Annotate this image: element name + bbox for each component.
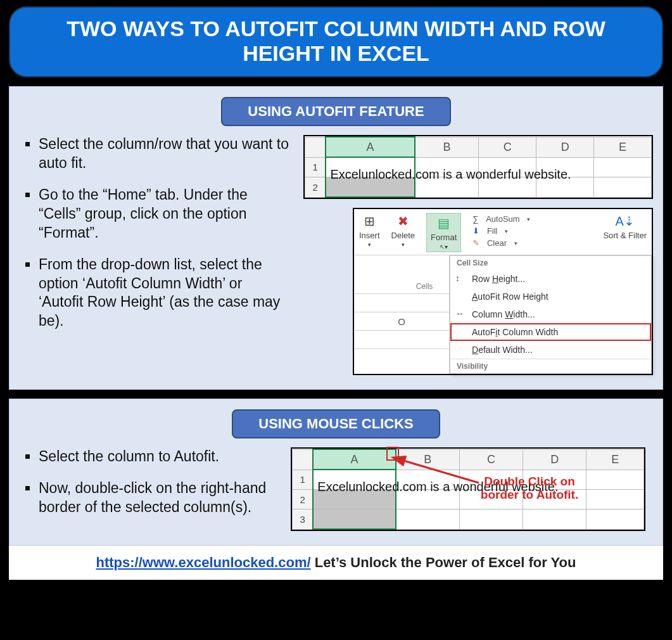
insert-button: ⊞ Insert▾ xyxy=(359,213,380,248)
menu-item-column-width: ↔ Column Width... xyxy=(450,305,651,323)
column-header: B xyxy=(396,449,460,470)
column-header: D xyxy=(536,137,594,157)
step-item: Select the column/row that you want to a… xyxy=(39,135,289,173)
cells-group-label: Cells xyxy=(354,281,449,293)
row-height-icon: ↕ xyxy=(455,273,460,283)
dropdown-section-label: Cell Size xyxy=(450,256,651,270)
delete-button: ✖ Delete▾ xyxy=(391,213,415,248)
menu-item-autofit-column-width: AutoFit Column Width xyxy=(450,323,651,341)
step-item: From the drop-down list, select the opti… xyxy=(39,255,289,331)
column-header: E xyxy=(586,449,644,470)
excel-grid-screenshot: A B C D E 1 Excelunlocked.com is a wonde… xyxy=(291,447,645,531)
footer-link[interactable]: https://www.excelunlocked.com/ xyxy=(96,554,311,570)
dropdown-section-label: Visibility xyxy=(450,359,651,373)
clear-icon: ✎ xyxy=(472,238,479,248)
section-heading: USING AUTOFIT FEATURE xyxy=(221,97,450,126)
section-mouse-clicks: USING MOUSE CLICKS Select the column to … xyxy=(9,399,663,546)
excel-ribbon-screenshot: ⊞ Insert▾ ✖ Delete▾ ▤ Format ↖▾ xyxy=(353,208,653,375)
column-header: A xyxy=(326,137,414,157)
footer: https://www.excelunlocked.com/ Let’s Unl… xyxy=(9,546,663,580)
menu-item-default-width: Default Width... xyxy=(450,341,651,359)
page-title: TWO WAYS TO AUTOFIT COLUMN WIDTH AND ROW… xyxy=(9,6,663,77)
format-button: ▤ Format ↖▾ xyxy=(426,213,461,252)
delete-icon: ✖ xyxy=(394,213,412,229)
autosum-icon: ∑ xyxy=(472,214,478,224)
step-item: Go to the “Home” tab. Under the “Cells” … xyxy=(39,186,289,243)
column-header: O xyxy=(354,312,449,330)
format-icon: ▤ xyxy=(435,215,453,231)
infographic-card: TWO WAYS TO AUTOFIT COLUMN WIDTH AND ROW… xyxy=(0,6,672,584)
footer-tagline: Let’s Unlock the Power of Excel for You xyxy=(315,554,576,570)
section-autofit-feature: USING AUTOFIT FEATURE Select the column/… xyxy=(9,86,663,390)
excel-grid-screenshot: ↖ A B C D E 1 Excelunlocked.com is a won… xyxy=(303,135,653,199)
column-header: C xyxy=(479,137,536,157)
column-header: E xyxy=(594,137,652,157)
column-header: C xyxy=(459,449,523,470)
column-header: B xyxy=(415,137,479,157)
menu-item-row-height: ↕ Row Height... xyxy=(450,270,651,288)
section-heading: USING MOUSE CLICKS xyxy=(232,409,440,438)
sort-filter-button: A⇣ Sort & Filter xyxy=(603,213,647,240)
cell-text: Excelunlocked.com is a wonderful website… xyxy=(330,167,571,182)
column-header: A xyxy=(313,449,395,470)
row-header: 1 xyxy=(305,157,326,177)
step-item: Now, double-click on the right-hand bord… xyxy=(39,479,277,517)
sort-filter-icon: A⇣ xyxy=(616,213,634,229)
annotation-text: Double Click on border to Autofit. xyxy=(457,475,602,502)
step-item: Select the column to Autofit. xyxy=(39,447,277,466)
column-header: D xyxy=(523,449,586,470)
column-width-icon: ↔ xyxy=(455,309,464,319)
steps-list: Select the column to Autofit. Now, doubl… xyxy=(23,447,277,517)
row-header: 2 xyxy=(293,490,314,509)
insert-icon: ⊞ xyxy=(360,213,378,229)
row-header: 3 xyxy=(293,509,314,530)
format-dropdown: Cell Size ↕ Row Height... AutoFit Row He… xyxy=(450,255,652,374)
fill-icon: ⬇ xyxy=(472,226,479,236)
steps-list: Select the column/row that you want to a… xyxy=(23,135,289,331)
row-header: 2 xyxy=(305,177,326,198)
menu-item-autofit-row-height: AutoFit Row Height xyxy=(450,288,651,305)
row-header: 1 xyxy=(293,470,314,490)
